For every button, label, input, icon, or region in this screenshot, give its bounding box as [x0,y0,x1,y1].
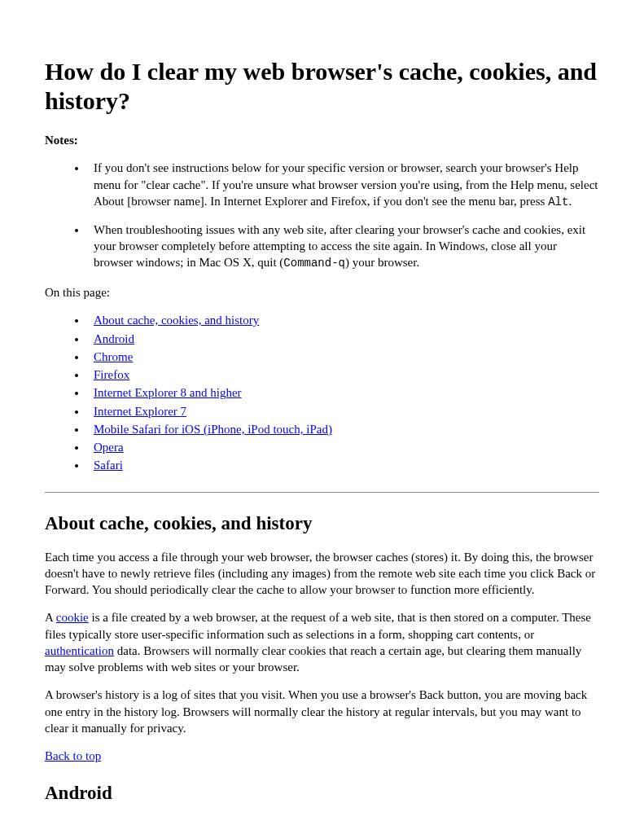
toc-link-about[interactable]: About cache, cookies, and history [94,314,259,327]
list-item: Internet Explorer 8 and higher [87,384,599,401]
divider [45,492,599,493]
list-item: Chrome [87,349,599,365]
toc-link-safari[interactable]: Safari [94,459,123,472]
list-item: If you don't see instructions below for … [87,160,599,209]
toc-link-ie7[interactable]: Internet Explorer 7 [94,405,186,418]
list-item: Internet Explorer 7 [87,403,599,419]
about-paragraph-3: A browser's history is a log of sites th… [45,687,599,736]
list-item: About cache, cookies, and history [87,312,599,328]
toc-link-mobile-safari[interactable]: Mobile Safari for iOS (iPhone, iPod touc… [94,423,332,436]
toc-list: About cache, cookies, and history Androi… [45,312,599,473]
text: data. Browsers will normally clear cooki… [45,644,581,674]
toc-link-firefox[interactable]: Firefox [94,368,129,381]
toc-link-android[interactable]: Android [94,332,134,345]
note-text: If you don't see instructions below for … [94,161,598,208]
list-item: Android [87,331,599,347]
notes-list: If you don't see instructions below for … [45,160,599,271]
about-paragraph-1: Each time you access a file through your… [45,549,599,599]
text: A [45,611,56,624]
list-item: Opera [87,439,599,455]
link-authentication[interactable]: authentication [45,644,114,657]
section-heading-about: About cache, cookies, and history [45,511,599,536]
about-paragraph-2: A cookie is a file created by a web brow… [45,609,599,675]
back-to-top-link[interactable]: Back to top [45,749,101,762]
back-to-top-wrapper: Back to top [45,748,599,764]
notes-label: Notes: [45,132,599,148]
on-this-page-label: On this page: [45,284,599,301]
section-heading-android: Android [45,780,599,805]
list-item: When troubleshooting issues with any web… [87,222,599,271]
text: is a file created by a web browser, at t… [45,611,591,640]
code-alt: Alt [548,195,568,208]
code-command-q: Command-q [283,257,345,270]
toc-link-ie8[interactable]: Internet Explorer 8 and higher [94,386,242,399]
toc-link-chrome[interactable]: Chrome [94,350,133,363]
note-text: ) your browser. [345,256,419,269]
list-item: Safari [87,457,599,473]
page-title: How do I clear my web browser's cache, c… [45,57,599,116]
list-item: Firefox [87,367,599,383]
note-text: . [568,195,572,208]
toc-link-opera[interactable]: Opera [94,441,124,454]
list-item: Mobile Safari for iOS (iPhone, iPod touc… [87,421,599,437]
link-cookie[interactable]: cookie [56,611,89,624]
